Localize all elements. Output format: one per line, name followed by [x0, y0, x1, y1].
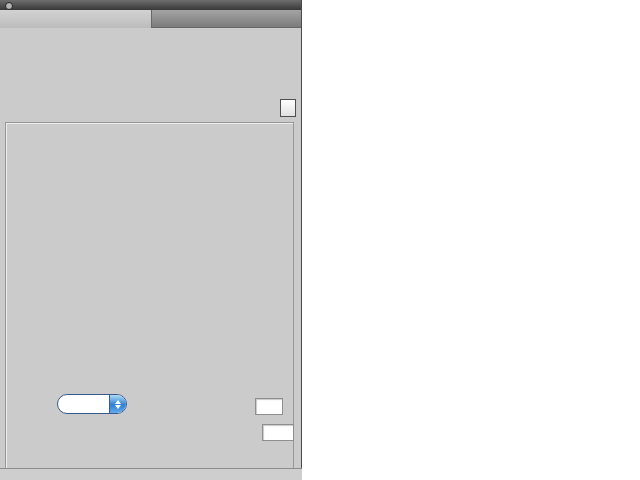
application-screen [0, 0, 640, 480]
close-icon[interactable] [5, 2, 13, 10]
yuragi-groupbox [5, 122, 294, 469]
panel-tabbar [0, 10, 301, 28]
panel-titlebar[interactable] [0, 0, 301, 10]
stars-artwork [302, 0, 640, 480]
panel-body [0, 28, 302, 480]
shift-input[interactable] [255, 398, 283, 415]
drag-input[interactable] [262, 424, 294, 441]
color-space-popup[interactable] [57, 394, 127, 414]
color-space-value [58, 395, 109, 413]
filterit-metabrush-panel [0, 0, 302, 480]
help-button[interactable] [280, 99, 296, 117]
artboard-canvas[interactable] [302, 0, 640, 480]
panel-bottom-edge [0, 468, 302, 480]
tab-metabrush[interactable] [0, 10, 152, 28]
popup-arrows-icon [109, 395, 126, 413]
